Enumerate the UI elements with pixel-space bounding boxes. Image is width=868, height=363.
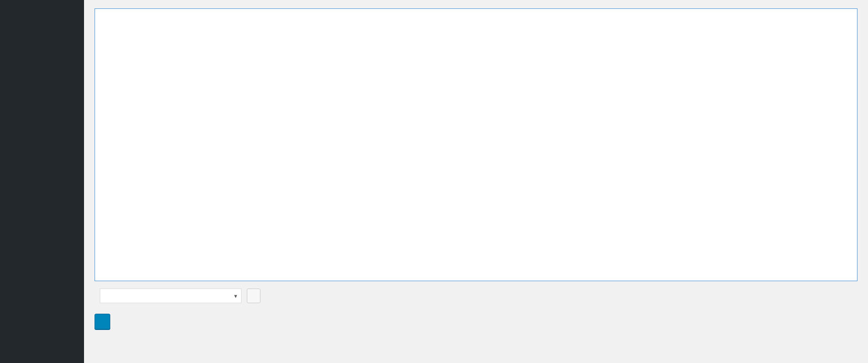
update-file-button[interactable] [95,314,110,329]
code-editor-textarea[interactable] [95,8,857,281]
admin-sidebar [0,0,84,363]
function-name-select[interactable] [100,289,242,303]
main-content [84,0,868,363]
lookup-button[interactable] [247,289,260,303]
